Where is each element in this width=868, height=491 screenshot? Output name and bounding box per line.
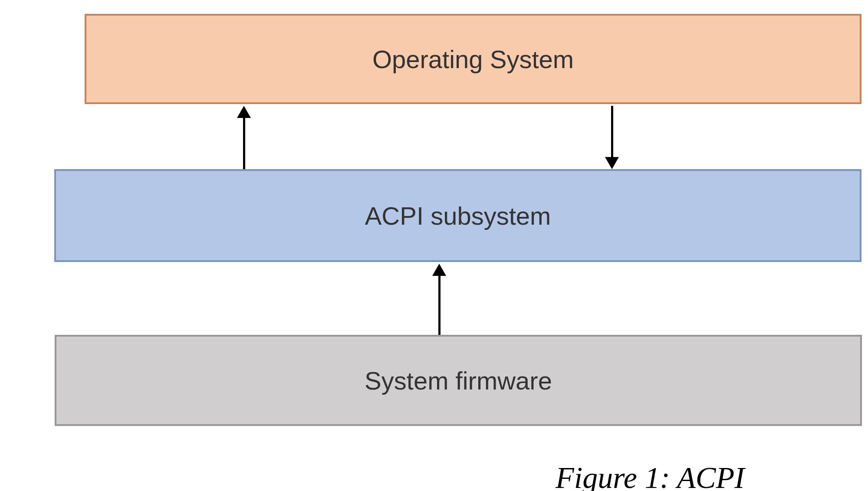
box-firmware-label: System firmware — [365, 366, 552, 395]
box-operating-system: Operating System — [85, 14, 861, 104]
box-system-firmware: System firmware — [55, 335, 862, 426]
figure-caption: Figure 1: ACPI — [556, 461, 744, 491]
diagram-container: Operating System ACPI subsystem System f… — [0, 0, 868, 491]
box-acpi-label: ACPI subsystem — [365, 201, 551, 230]
box-os-label: Operating System — [372, 45, 574, 74]
box-acpi-subsystem: ACPI subsystem — [54, 169, 861, 262]
